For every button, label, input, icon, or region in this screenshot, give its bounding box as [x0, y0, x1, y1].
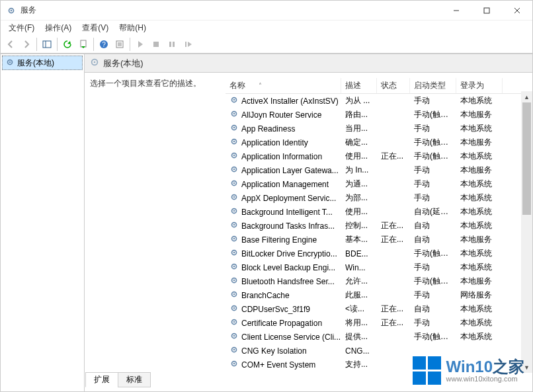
- service-name: Application Layer Gatewa...: [241, 166, 339, 175]
- forward-button[interactable]: [19, 37, 34, 52]
- service-desc: 使用...: [341, 206, 377, 217]
- service-name: Application Management: [241, 180, 329, 189]
- service-row[interactable]: BranchCache此服...手动网络服务: [226, 288, 532, 302]
- gear-icon: [229, 317, 239, 329]
- svg-point-60: [233, 349, 235, 351]
- help-button[interactable]: ?: [97, 37, 111, 52]
- tree-pane: 服务(本地): [1, 54, 85, 391]
- service-row[interactable]: Application Information使用...正在...手动(触发..…: [226, 149, 532, 163]
- service-name: BitLocker Drive Encryptio...: [241, 249, 337, 258]
- service-name: CDPUserSvc_3f1f9: [241, 305, 310, 314]
- close-button[interactable]: [502, 1, 532, 20]
- service-name: Bluetooth Handsfree Ser...: [241, 277, 335, 286]
- service-row[interactable]: CNG Key IsolationCNG...: [226, 344, 532, 358]
- start-service-button[interactable]: [133, 37, 147, 52]
- show-hide-tree-button[interactable]: [40, 37, 54, 52]
- service-desc: 控制...: [341, 220, 377, 231]
- tree-root-item[interactable]: 服务(本地): [2, 56, 83, 70]
- window-title: 服务: [20, 5, 36, 16]
- column-logon[interactable]: 登录为: [456, 78, 503, 93]
- svg-point-24: [233, 99, 235, 101]
- right-header-title: 服务(本地): [103, 58, 144, 69]
- service-logon: 本地服务: [456, 276, 503, 287]
- service-row[interactable]: CDPUserSvc_3f1f9<读...正在...自动本地系统: [226, 302, 532, 316]
- right-pane: 服务(本地) 选择一个项目来查看它的描述。 名称 描述 状态 启动类型 登录为 …: [85, 54, 532, 391]
- service-row[interactable]: Application Identity确定...手动(触发...本地服务: [226, 136, 532, 149]
- maximize-button[interactable]: [472, 1, 502, 20]
- service-startup: 手动(触发...: [410, 331, 456, 342]
- pause-service-button[interactable]: [165, 37, 179, 52]
- svg-rect-18: [185, 42, 186, 47]
- column-description[interactable]: 描述: [341, 78, 377, 93]
- service-row[interactable]: COM+ Event System支持...: [226, 358, 532, 372]
- tab-standard[interactable]: 标准: [118, 372, 151, 387]
- back-button[interactable]: [3, 37, 18, 52]
- column-startup[interactable]: 启动类型: [410, 78, 456, 93]
- menu-view[interactable]: 查看(V): [77, 21, 114, 35]
- service-name: BranchCache: [241, 291, 290, 300]
- minimize-button[interactable]: [441, 1, 472, 20]
- service-row[interactable]: App Readiness当用...手动本地系统: [226, 122, 532, 136]
- service-desc: 当用...: [341, 123, 377, 134]
- service-row[interactable]: Client License Service (Cli...提供...手动(触发…: [226, 330, 532, 344]
- refresh-button[interactable]: [60, 37, 75, 52]
- service-name: Certificate Propagation: [241, 319, 322, 328]
- service-desc: 确定...: [341, 137, 377, 148]
- menu-action[interactable]: 操作(A): [40, 21, 77, 35]
- service-desc: BDE...: [341, 249, 377, 258]
- service-row[interactable]: Bluetooth Handsfree Ser...允许...手动(触发...本…: [226, 274, 532, 288]
- gear-icon: [229, 290, 239, 301]
- service-name: Base Filtering Engine: [241, 235, 317, 245]
- service-logon: 本地系统: [456, 248, 503, 259]
- service-row[interactable]: Application Management为通...手动本地系统: [226, 177, 532, 191]
- scroll-thumb[interactable]: [522, 102, 531, 215]
- column-name[interactable]: 名称: [226, 78, 341, 93]
- service-row[interactable]: Base Filtering Engine基本...正在...自动本地服务: [226, 233, 532, 247]
- service-startup: 手动(触发...: [410, 248, 456, 259]
- service-row[interactable]: AllJoyn Router Service路由...手动(触发...本地服务: [226, 108, 532, 122]
- service-row[interactable]: Application Layer Gatewa...为 In...手动本地服务: [226, 163, 532, 177]
- list-pane: 名称 描述 状态 启动类型 登录为 ActiveX Installer (AxI…: [226, 78, 532, 391]
- service-desc: Win...: [341, 263, 377, 272]
- service-row[interactable]: Block Level Backup Engi...Win...手动本地系统: [226, 260, 532, 274]
- svg-rect-6: [43, 41, 51, 48]
- toolbar-separator: [93, 38, 94, 51]
- service-logon: 本地服务: [456, 109, 503, 120]
- properties-button[interactable]: [112, 37, 127, 52]
- list-body[interactable]: ActiveX Installer (AxInstSV)为从 ...手动本地系统…: [226, 94, 532, 391]
- service-startup: 手动: [410, 123, 456, 134]
- services-icon: [6, 5, 17, 16]
- stop-service-button[interactable]: [149, 37, 163, 52]
- menu-help[interactable]: 帮助(H): [114, 21, 151, 35]
- service-row[interactable]: BitLocker Drive Encryptio...BDE...手动(触发.…: [226, 247, 532, 260]
- service-row[interactable]: Background Tasks Infras...控制...正在...自动本地…: [226, 219, 532, 233]
- gear-icon: [229, 303, 239, 315]
- column-state[interactable]: 状态: [377, 78, 410, 93]
- gear-icon: [229, 109, 239, 120]
- gear-icon: [229, 248, 239, 259]
- svg-point-32: [233, 155, 235, 157]
- service-desc: 为通...: [341, 178, 377, 190]
- restart-service-button[interactable]: [181, 37, 195, 52]
- service-startup: 自动: [410, 220, 456, 231]
- svg-point-22: [94, 61, 96, 63]
- service-startup: 手动: [410, 165, 456, 176]
- gear-icon: [229, 220, 239, 231]
- scroll-down-button[interactable]: ▼: [521, 362, 532, 373]
- svg-point-20: [9, 61, 11, 63]
- service-row[interactable]: Certificate Propagation将用...正在...手动本地系统: [226, 316, 532, 330]
- service-logon: 本地服务: [456, 165, 503, 176]
- toolbar-separator: [130, 38, 130, 51]
- service-desc: 此服...: [341, 290, 377, 301]
- svg-point-1: [11, 9, 13, 11]
- svg-point-26: [233, 113, 235, 115]
- vertical-scrollbar[interactable]: ▲ ▼: [521, 91, 532, 373]
- service-row[interactable]: AppX Deployment Servic...为部...手动本地系统: [226, 191, 532, 205]
- tab-extended[interactable]: 扩展: [85, 372, 118, 387]
- service-row[interactable]: ActiveX Installer (AxInstSV)为从 ...手动本地系统: [226, 94, 532, 108]
- export-button[interactable]: [76, 37, 91, 52]
- gear-icon: [229, 151, 239, 162]
- menu-file[interactable]: 文件(F): [3, 21, 40, 35]
- service-row[interactable]: Background Intelligent T...使用...自动(延迟...…: [226, 205, 532, 219]
- scroll-up-button[interactable]: ▲: [521, 91, 532, 102]
